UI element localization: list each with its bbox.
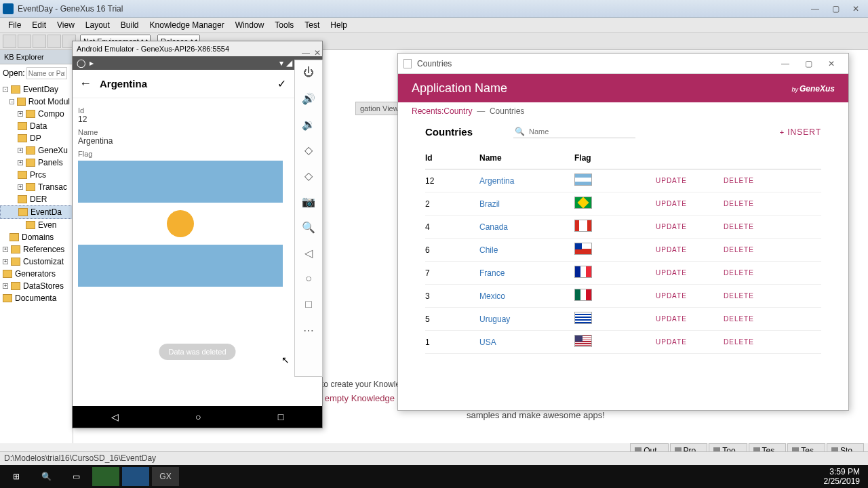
- maximize-button[interactable]: ▢: [826, 3, 845, 15]
- delete-button[interactable]: DELETE: [724, 269, 791, 277]
- back-button[interactable]: ←: [79, 77, 92, 91]
- id-label: Id: [78, 106, 317, 115]
- delete-button[interactable]: DELETE: [724, 223, 791, 230]
- nav-back-button[interactable]: ◁: [111, 411, 119, 422]
- update-button[interactable]: UPDATE: [656, 292, 724, 300]
- toolbar-button[interactable]: [47, 35, 61, 48]
- cw-maximize[interactable]: ▢: [797, 57, 820, 70]
- search-input[interactable]: [529, 127, 634, 136]
- update-button[interactable]: UPDATE: [656, 177, 724, 184]
- search-box[interactable]: 🔍: [513, 125, 635, 138]
- confirm-button[interactable]: ✓: [273, 77, 290, 90]
- tree-item[interactable]: DER: [0, 193, 73, 205]
- cell-name-link[interactable]: Argentina: [479, 176, 574, 186]
- menu-window[interactable]: Window: [230, 19, 270, 31]
- overview-icon[interactable]: □: [302, 298, 315, 311]
- toolbar-button[interactable]: [33, 35, 46, 48]
- tree-item[interactable]: Domains: [0, 231, 73, 243]
- update-button[interactable]: UPDATE: [656, 200, 724, 207]
- close-button[interactable]: ✕: [846, 3, 865, 15]
- flag-icon: [574, 312, 592, 324]
- menu-layout[interactable]: Layout: [80, 19, 115, 31]
- update-button[interactable]: UPDATE: [656, 246, 724, 253]
- nav-home-button[interactable]: ○: [195, 411, 201, 422]
- rotate-left-icon[interactable]: ◇: [302, 143, 315, 157]
- taskbar-clock[interactable]: 3:59 PM2/25/2019: [824, 467, 865, 487]
- tree-item[interactable]: +Panels: [0, 157, 73, 169]
- update-button[interactable]: UPDATE: [656, 269, 724, 277]
- cell-name-link[interactable]: Mexico: [479, 291, 574, 301]
- open-input[interactable]: [26, 67, 67, 79]
- cell-name-link[interactable]: Uruguay: [479, 314, 574, 324]
- volume-down-icon[interactable]: 🔉: [302, 117, 315, 131]
- delete-button[interactable]: DELETE: [724, 315, 791, 323]
- menu-km[interactable]: Knowledge Manager: [144, 19, 230, 31]
- tree-item[interactable]: DP: [0, 132, 73, 144]
- cell-name-link[interactable]: Chile: [479, 245, 574, 255]
- search-button[interactable]: 🔍: [33, 467, 60, 486]
- tree-item[interactable]: EventDa: [0, 205, 73, 219]
- menu-test[interactable]: Test: [299, 19, 325, 31]
- bc-country-link[interactable]: Country: [443, 106, 472, 116]
- tree-item[interactable]: Even: [0, 219, 73, 231]
- tree-item[interactable]: +Transac: [0, 181, 73, 193]
- update-button[interactable]: UPDATE: [656, 315, 724, 323]
- update-button[interactable]: UPDATE: [656, 338, 724, 346]
- camera-icon[interactable]: 📷: [302, 195, 315, 208]
- tree-item[interactable]: +GeneXu: [0, 144, 73, 157]
- menu-file[interactable]: File: [3, 19, 26, 31]
- cell-id: 7: [425, 268, 479, 278]
- cell-name-link[interactable]: USA: [479, 338, 574, 347]
- delete-button[interactable]: DELETE: [724, 177, 791, 184]
- menu-tools[interactable]: Tools: [269, 19, 299, 31]
- delete-button[interactable]: DELETE: [724, 338, 791, 346]
- tree-item[interactable]: Data: [0, 120, 73, 132]
- genexus-icon: [3, 3, 14, 14]
- emulator-title: Android Emulator - GeneXus-API26-X86:555…: [73, 41, 322, 56]
- tree-item[interactable]: Documenta: [0, 292, 73, 304]
- cell-name-link[interactable]: Canada: [479, 222, 574, 232]
- delete-button[interactable]: DELETE: [724, 292, 791, 300]
- more-icon[interactable]: ⋯: [302, 323, 315, 337]
- delete-button[interactable]: DELETE: [724, 200, 791, 207]
- cell-name-link[interactable]: Brazil: [479, 199, 574, 209]
- tree-item[interactable]: -EventDay: [0, 83, 73, 96]
- start-button[interactable]: ⊞: [3, 467, 30, 486]
- nav-recent-button[interactable]: □: [278, 411, 283, 422]
- menu-build[interactable]: Build: [115, 19, 144, 31]
- emu-close[interactable]: ✕: [314, 48, 321, 58]
- menu-help[interactable]: Help: [325, 19, 353, 31]
- cw-minimize[interactable]: —: [774, 57, 797, 70]
- emu-minimize[interactable]: —: [302, 48, 310, 58]
- tree-item[interactable]: Generators: [0, 268, 73, 280]
- taskbar-genexus[interactable]: GX: [152, 467, 179, 486]
- tree-item[interactable]: +Customizat: [0, 256, 73, 268]
- rotate-right-icon[interactable]: ◇: [302, 169, 315, 182]
- kb-explorer: KB Explorer Open: -EventDay-Root Modul+C…: [0, 50, 73, 443]
- zoom-icon[interactable]: 🔍: [302, 220, 315, 234]
- cell-name-link[interactable]: France: [479, 268, 574, 278]
- tree-item[interactable]: +DataStores: [0, 280, 73, 292]
- toolbar-button[interactable]: [18, 35, 31, 48]
- menu-view[interactable]: View: [52, 19, 80, 31]
- back-icon[interactable]: ◁: [302, 246, 315, 260]
- menu-edit[interactable]: Edit: [26, 19, 52, 31]
- taskbar-app2[interactable]: [122, 467, 149, 486]
- navigation-view-tab[interactable]: gation View: [355, 102, 403, 115]
- update-button[interactable]: UPDATE: [656, 223, 724, 230]
- tree-item[interactable]: Prcs: [0, 169, 73, 181]
- taskbar-app1[interactable]: [92, 467, 119, 486]
- volume-up-icon[interactable]: 🔊: [302, 92, 315, 105]
- tree-item[interactable]: +References: [0, 243, 73, 256]
- tree-item[interactable]: +Compo: [0, 108, 73, 120]
- delete-button[interactable]: DELETE: [724, 246, 791, 253]
- toolbar-button[interactable]: [3, 35, 16, 48]
- table-row: 7FranceUPDATEDELETE: [425, 262, 821, 285]
- tree-item[interactable]: -Root Modul: [0, 96, 73, 108]
- cw-close[interactable]: ✕: [820, 57, 843, 70]
- taskview-button[interactable]: ▭: [62, 467, 90, 486]
- home-icon[interactable]: ○: [302, 272, 315, 285]
- insert-button[interactable]: + INSERT: [780, 127, 821, 137]
- minimize-button[interactable]: —: [806, 3, 825, 15]
- power-icon[interactable]: ⏻: [302, 66, 315, 79]
